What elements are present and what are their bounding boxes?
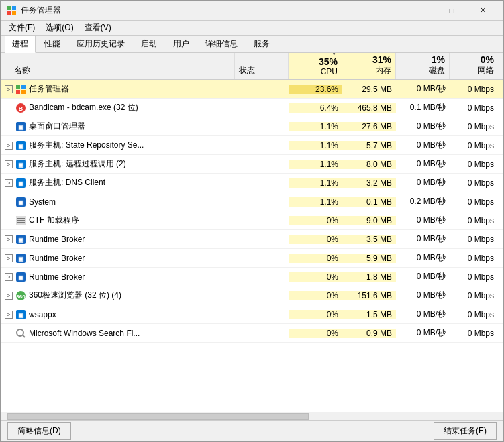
process-name-cell: > ▣ 服务主机: DNS Client bbox=[1, 177, 235, 188]
tab-users[interactable]: 用户 bbox=[166, 35, 197, 52]
process-name: CTF 加载程序 bbox=[29, 215, 79, 226]
process-cpu: 0% bbox=[289, 272, 342, 282]
expand-button[interactable]: > bbox=[5, 235, 13, 243]
process-icon: 360 bbox=[15, 290, 26, 301]
table-row[interactable]: > ▣ Runtime Broker 0% 3.5 MB 0 MB/秒 0 Mb… bbox=[1, 230, 503, 249]
table-row[interactable]: B Bandicam - bdcam.exe (32 位) 6.4% 465.8… bbox=[1, 99, 503, 117]
process-name-cell: > 任务管理器 bbox=[1, 83, 235, 95]
tab-details[interactable]: 详细信息 bbox=[198, 35, 245, 52]
table-row[interactable]: > ▣ 服务主机: 远程过程调用 (2) 1.1% 8.0 MB 0 MB/秒 … bbox=[1, 155, 503, 174]
process-icon bbox=[15, 215, 26, 226]
svg-rect-7 bbox=[21, 90, 26, 94]
process-name: 任务管理器 bbox=[29, 83, 69, 95]
col-header-disk[interactable]: 1% 磁盘 bbox=[396, 53, 450, 79]
process-net: 0 Mbps bbox=[450, 291, 503, 300]
table-row[interactable]: ▣ System 1.1% 0.1 MB 0.2 MB/秒 0 Mbps bbox=[1, 192, 503, 211]
process-name: Runtime Broker bbox=[29, 235, 85, 244]
process-icon: B bbox=[15, 103, 26, 113]
svg-rect-5 bbox=[21, 85, 26, 89]
col-net-pct: 0% bbox=[481, 54, 494, 65]
svg-rect-2 bbox=[7, 11, 11, 15]
process-mem: 1.5 MB bbox=[342, 310, 396, 319]
menu-options[interactable]: 选项(O) bbox=[40, 21, 79, 35]
h-scrollbar[interactable] bbox=[1, 412, 503, 420]
window-controls: ‒ □ ✕ bbox=[405, 1, 498, 21]
expand-button[interactable]: > bbox=[5, 160, 13, 168]
process-net: 0 Mbps bbox=[450, 178, 503, 188]
process-cpu: 0% bbox=[289, 235, 342, 244]
menu-view[interactable]: 查看(V) bbox=[79, 21, 117, 35]
process-name: System bbox=[29, 197, 56, 207]
process-disk: 0.1 MB/秒 bbox=[396, 102, 450, 113]
menu-file[interactable]: 文件(F) bbox=[3, 21, 40, 35]
expand-button[interactable]: > bbox=[5, 292, 13, 300]
table-row[interactable]: > ▣ wsappx 0% 1.5 MB 0 MB/秒 0 Mbps bbox=[1, 305, 503, 324]
tab-app-history[interactable]: 应用历史记录 bbox=[69, 35, 132, 52]
process-cpu: 23.6% bbox=[289, 85, 342, 94]
expand-button[interactable]: > bbox=[5, 273, 13, 281]
svg-text:360: 360 bbox=[16, 294, 26, 300]
tab-process[interactable]: 进程 bbox=[5, 35, 36, 53]
process-name: 桌面窗口管理器 bbox=[29, 121, 85, 132]
process-cpu: 0% bbox=[289, 329, 342, 338]
col-header-cpu[interactable]: ∨ 35% CPU bbox=[289, 53, 342, 79]
svg-text:▣: ▣ bbox=[18, 256, 24, 262]
svg-text:▣: ▣ bbox=[18, 312, 24, 319]
expand-button[interactable]: > bbox=[5, 142, 13, 150]
process-name-cell: > ▣ wsappx bbox=[1, 309, 235, 320]
close-button[interactable]: ✕ bbox=[467, 1, 498, 21]
minimize-button[interactable]: ‒ bbox=[405, 1, 436, 21]
process-mem: 5.7 MB bbox=[342, 141, 396, 150]
expand-button[interactable]: > bbox=[5, 311, 13, 319]
table-row[interactable]: ▣ 桌面窗口管理器 1.1% 27.6 MB 0 MB/秒 0 Mbps bbox=[1, 117, 503, 136]
process-net: 0 Mbps bbox=[450, 122, 503, 131]
process-mem: 27.6 MB bbox=[342, 122, 396, 131]
svg-rect-4 bbox=[16, 85, 20, 89]
table-row[interactable]: Microsoft Windows Search Fi... 0% 0.9 MB… bbox=[1, 324, 503, 343]
col-header-name[interactable]: 名称 bbox=[1, 53, 235, 79]
process-name-cell: > ▣ 服务主机: 远程过程调用 (2) bbox=[1, 158, 235, 170]
h-scrollbar-thumb[interactable] bbox=[7, 413, 309, 420]
table-row[interactable]: CTF 加载程序 0% 9.0 MB 0 MB/秒 0 Mbps bbox=[1, 211, 503, 230]
table-row[interactable]: > ▣ 服务主机: DNS Client 1.1% 3.2 MB 0 MB/秒 … bbox=[1, 174, 503, 192]
tab-startup[interactable]: 启动 bbox=[134, 35, 164, 52]
process-name-cell: > ▣ Runtime Broker bbox=[1, 253, 235, 264]
process-mem: 1.8 MB bbox=[342, 272, 396, 282]
table-row[interactable]: > ▣ Runtime Broker 0% 1.8 MB 0 MB/秒 0 Mb… bbox=[1, 268, 503, 286]
tab-services[interactable]: 服务 bbox=[246, 35, 277, 52]
col-mem-label: 内存 bbox=[375, 65, 391, 76]
process-net: 0 Mbps bbox=[450, 235, 503, 244]
table-row[interactable]: > ▣ 服务主机: State Repository Se... 1.1% 5.… bbox=[1, 136, 503, 155]
process-mem: 29.5 MB bbox=[342, 85, 396, 94]
process-cpu: 1.1% bbox=[289, 141, 342, 150]
process-mem: 5.9 MB bbox=[342, 254, 396, 263]
process-icon: ▣ bbox=[15, 272, 26, 282]
process-name: 360极速浏览器 (32 位) (4) bbox=[29, 290, 121, 301]
svg-line-35 bbox=[23, 335, 25, 337]
process-disk: 0 MB/秒 bbox=[396, 177, 450, 188]
svg-text:▣: ▣ bbox=[18, 237, 24, 243]
title-bar: 任务管理器 ‒ □ ✕ bbox=[1, 1, 503, 21]
col-header-mem[interactable]: 31% 内存 bbox=[342, 53, 396, 79]
h-scrollbar-track[interactable] bbox=[1, 412, 503, 420]
process-disk: 0 MB/秒 bbox=[396, 215, 450, 226]
table-row[interactable]: > ▣ Runtime Broker 0% 5.9 MB 0 MB/秒 0 Mb… bbox=[1, 249, 503, 268]
process-name-cell: > ▣ 服务主机: State Repository Se... bbox=[1, 140, 235, 151]
expand-button[interactable]: > bbox=[5, 85, 13, 93]
process-icon: ▣ bbox=[15, 159, 26, 170]
col-header-net[interactable]: 0% 网络 bbox=[450, 53, 503, 79]
table-row[interactable]: > 任务管理器 23.6% 29.5 MB 0 MB/秒 0 Mbps bbox=[1, 80, 503, 99]
tab-performance[interactable]: 性能 bbox=[37, 35, 68, 52]
brief-info-button[interactable]: 简略信息(D) bbox=[7, 422, 71, 440]
expand-button[interactable]: > bbox=[5, 254, 13, 262]
maximize-button[interactable]: □ bbox=[436, 1, 467, 21]
table-row[interactable]: > 360 360极速浏览器 (32 位) (4) 0% 151.6 MB 0 … bbox=[1, 286, 503, 305]
expand-button[interactable]: > bbox=[5, 179, 13, 187]
col-header-status[interactable]: 状态 bbox=[235, 53, 289, 79]
svg-rect-6 bbox=[16, 90, 20, 94]
process-disk: 0 MB/秒 bbox=[396, 309, 450, 320]
process-net: 0 Mbps bbox=[450, 310, 503, 319]
end-task-button[interactable]: 结束任务(E) bbox=[434, 422, 497, 440]
process-cpu: 1.1% bbox=[289, 178, 342, 188]
task-manager-window: 任务管理器 ‒ □ ✕ 文件(F) 选项(O) 查看(V) 进程 性能 应用历史… bbox=[0, 0, 504, 442]
